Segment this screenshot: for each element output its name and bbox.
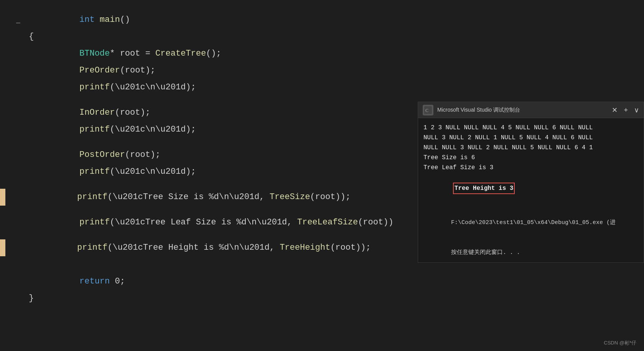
gutter-yellow2: [0, 239, 5, 256]
terminal-footer-2: 按任意键关闭此窗口. . .: [423, 238, 638, 262]
terminal-line-3: NULL NULL 3 NULL 2 NULL NULL 5 NULL NULL…: [423, 143, 638, 153]
terminal-titlebar: C Microsoft Visual Studio 调试控制台 ✕ + ∨: [418, 102, 644, 118]
terminal-add-button[interactable]: +: [624, 107, 628, 114]
terminal-title: Microsoft Visual Studio 调试控制台: [437, 107, 608, 114]
terminal-line-4: Tree Size is 6: [423, 153, 638, 163]
line-int-main: ⎯ int main(): [8, 12, 644, 28]
terminal-app-icon: C: [423, 105, 433, 115]
terminal-close-button[interactable]: ✕: [612, 107, 618, 114]
gutter-main: ⎯: [8, 16, 29, 24]
code-close-brace: }: [29, 290, 34, 307]
terminal-overlay: C Microsoft Visual Studio 调试控制台 ✕ + ∨ 1 …: [418, 102, 644, 263]
terminal-footer-1: F:\Code\2023\test1\01_05\x64\Debug\01_05…: [423, 208, 638, 238]
terminal-line-2: NULL 3 NULL 2 NULL 1 NULL 5 NULL 4 NULL …: [423, 133, 638, 143]
terminal-chevron-button[interactable]: ∨: [634, 107, 639, 114]
collapse-icon[interactable]: ⎯: [16, 16, 20, 24]
terminal-line-1: 1 2 3 NULL NULL NULL 4 5 NULL NULL 6 NUL…: [423, 123, 638, 133]
terminal-line-5: Tree Leaf Size is 3: [423, 163, 638, 173]
main-container: ⎯ int main() { BTNode* root = Crea: [0, 0, 644, 351]
code-return: return 0;: [29, 256, 125, 307]
gutter-yellow1: [0, 189, 5, 206]
terminal-highlighted-line: Tree Height is 3: [453, 183, 515, 194]
terminal-controls: ✕ + ∨: [612, 107, 639, 114]
watermark: CSDN @彬*仔: [604, 339, 636, 346]
terminal-line-6: Tree Height is 3: [423, 173, 638, 204]
line-return: return 0;: [8, 273, 644, 290]
svg-text:C: C: [425, 108, 428, 113]
terminal-body: 1 2 3 NULL NULL NULL 4 5 NULL NULL 6 NUL…: [418, 118, 644, 262]
